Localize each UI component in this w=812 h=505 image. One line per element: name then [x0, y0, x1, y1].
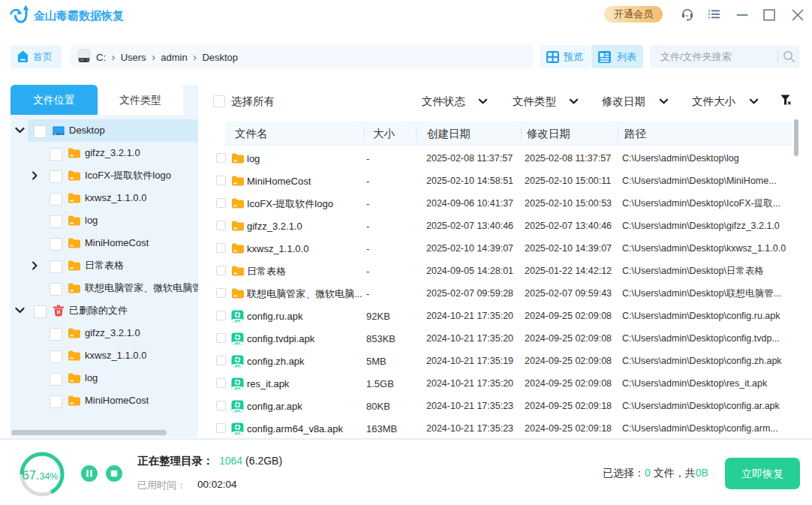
svg-text:67.34%: 67.34%	[23, 468, 59, 482]
